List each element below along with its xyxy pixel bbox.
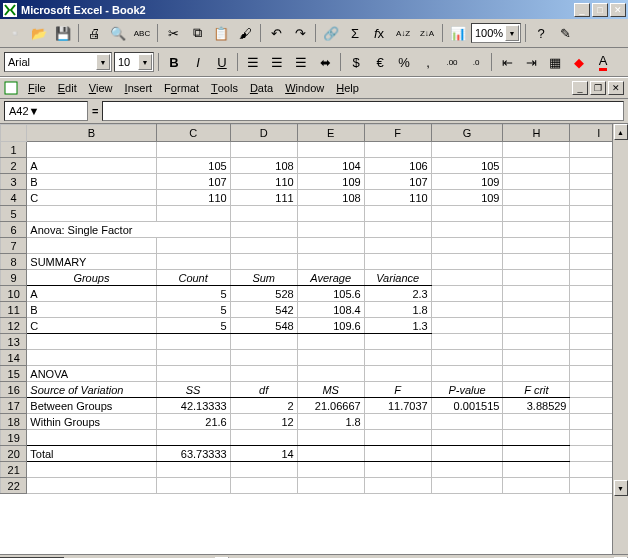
cell[interactable]: F crit <box>503 382 570 398</box>
redo-icon[interactable]: ↷ <box>289 22 311 44</box>
cell[interactable]: 108 <box>297 190 364 206</box>
mdi-restore[interactable]: ❐ <box>590 81 606 95</box>
row-header[interactable]: 16 <box>1 382 27 398</box>
help-icon[interactable]: ? <box>530 22 552 44</box>
cell[interactable]: 109 <box>297 174 364 190</box>
italic-icon[interactable]: I <box>187 51 209 73</box>
cell[interactable]: Within Groups <box>27 414 156 430</box>
euro-icon[interactable]: € <box>369 51 391 73</box>
cell[interactable]: A <box>27 158 156 174</box>
maximize-button[interactable]: □ <box>592 3 608 17</box>
borders-icon[interactable]: ▦ <box>544 51 566 73</box>
cell[interactable]: P-value <box>431 382 503 398</box>
open-icon[interactable]: 📂 <box>28 22 50 44</box>
menu-window[interactable]: Window <box>279 80 330 96</box>
cell[interactable]: df <box>230 382 297 398</box>
minimize-button[interactable]: _ <box>574 3 590 17</box>
menu-view[interactable]: View <box>83 80 119 96</box>
row-header[interactable]: 21 <box>1 462 27 478</box>
row-header[interactable]: 1 <box>1 142 27 158</box>
col-header-e[interactable]: E <box>297 125 364 142</box>
sort-desc-icon[interactable]: Z↓A <box>416 22 438 44</box>
cell[interactable]: 0.001515 <box>431 398 503 414</box>
cell[interactable]: Anova: Single Factor <box>27 222 230 238</box>
align-center-icon[interactable]: ☰ <box>266 51 288 73</box>
chart-icon[interactable]: 📊 <box>447 22 469 44</box>
col-header-c[interactable]: C <box>156 125 230 142</box>
cell[interactable]: 14 <box>230 446 297 462</box>
inc-decimal-icon[interactable]: .00 <box>441 51 463 73</box>
row-header[interactable]: 18 <box>1 414 27 430</box>
new-icon[interactable]: ▫️ <box>4 22 26 44</box>
col-header-b[interactable]: B <box>27 125 156 142</box>
cell[interactable]: SUMMARY <box>27 254 156 270</box>
row-header[interactable]: 10 <box>1 286 27 302</box>
undo-icon[interactable]: ↶ <box>265 22 287 44</box>
row-header[interactable]: 19 <box>1 430 27 446</box>
row-header[interactable]: 9 <box>1 270 27 286</box>
cell[interactable]: 110 <box>230 174 297 190</box>
mdi-minimize[interactable]: _ <box>572 81 588 95</box>
cell[interactable]: 3.88529 <box>503 398 570 414</box>
cell[interactable]: 5 <box>156 286 230 302</box>
row-header[interactable]: 11 <box>1 302 27 318</box>
row-header[interactable]: 12 <box>1 318 27 334</box>
name-box[interactable]: A42▼ <box>4 101 88 121</box>
font-combo[interactable]: Arial▼ <box>4 52 112 72</box>
paste-icon[interactable]: 📋 <box>210 22 232 44</box>
cell[interactable]: C <box>27 318 156 334</box>
row-header[interactable]: 7 <box>1 238 27 254</box>
cell[interactable]: 104 <box>297 158 364 174</box>
cell[interactable]: 108 <box>230 158 297 174</box>
merge-icon[interactable]: ⬌ <box>314 51 336 73</box>
spell-icon[interactable]: ABC <box>131 22 153 44</box>
fill-color-icon[interactable]: ◆ <box>568 51 590 73</box>
format-painter-icon[interactable]: 🖌 <box>234 22 256 44</box>
font-color-icon[interactable]: A <box>592 51 614 73</box>
cell[interactable]: C <box>27 190 156 206</box>
cell[interactable]: Sum <box>230 270 297 286</box>
menu-data[interactable]: Data <box>244 80 279 96</box>
row-header[interactable]: 20 <box>1 446 27 462</box>
comma-icon[interactable]: , <box>417 51 439 73</box>
cell[interactable]: 109 <box>431 190 503 206</box>
cell[interactable]: 12 <box>230 414 297 430</box>
row-header[interactable]: 2 <box>1 158 27 174</box>
cell[interactable]: 1.3 <box>364 318 431 334</box>
cell[interactable]: MS <box>297 382 364 398</box>
vertical-scrollbar[interactable]: ▲ ▼ <box>612 124 628 554</box>
cell[interactable]: 110 <box>364 190 431 206</box>
align-left-icon[interactable]: ☰ <box>242 51 264 73</box>
cell[interactable]: ANOVA <box>27 366 156 382</box>
indent-inc-icon[interactable]: ⇥ <box>520 51 542 73</box>
row-header[interactable]: 4 <box>1 190 27 206</box>
cell[interactable]: 110 <box>156 190 230 206</box>
cell[interactable]: F <box>364 382 431 398</box>
cell[interactable]: 109.6 <box>297 318 364 334</box>
worksheet-grid[interactable]: B C D E F G H I 1 2A105108104106105 3B10… <box>0 124 628 554</box>
cell[interactable]: 105 <box>156 158 230 174</box>
cell[interactable]: 106 <box>364 158 431 174</box>
copy-icon[interactable]: ⧉ <box>186 22 208 44</box>
cell[interactable]: 11.7037 <box>364 398 431 414</box>
row-header[interactable]: 22 <box>1 478 27 494</box>
close-button[interactable]: ✕ <box>610 3 626 17</box>
font-size-combo[interactable]: 10▼ <box>114 52 154 72</box>
cell[interactable]: B <box>27 302 156 318</box>
zoom-combo[interactable]: 100%▼ <box>471 23 521 43</box>
row-header[interactable]: 3 <box>1 174 27 190</box>
cell[interactable]: 21.6 <box>156 414 230 430</box>
cell[interactable]: 542 <box>230 302 297 318</box>
cell[interactable]: 548 <box>230 318 297 334</box>
hyperlink-icon[interactable]: 🔗 <box>320 22 342 44</box>
col-header-g[interactable]: G <box>431 125 503 142</box>
cell[interactable]: 21.06667 <box>297 398 364 414</box>
menu-edit[interactable]: Edit <box>52 80 83 96</box>
cell[interactable]: 105.6 <box>297 286 364 302</box>
cell[interactable]: 107 <box>156 174 230 190</box>
scroll-up-icon[interactable]: ▲ <box>614 124 628 140</box>
cell[interactable]: SS <box>156 382 230 398</box>
cell[interactable]: 63.73333 <box>156 446 230 462</box>
menu-help[interactable]: Help <box>330 80 365 96</box>
row-header[interactable]: 6 <box>1 222 27 238</box>
